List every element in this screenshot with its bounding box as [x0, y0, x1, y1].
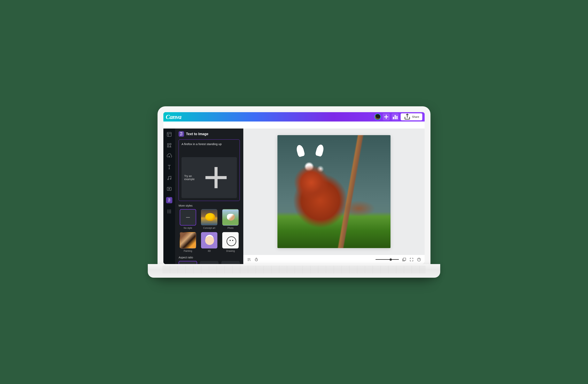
try-example-label: Try an example	[184, 174, 198, 181]
styles-grid: No style Concept art Photo Painting 3D D…	[179, 209, 240, 252]
svg-point-10	[170, 210, 171, 211]
text-to-image-panel: TEXT Text to Image Try an example More s…	[175, 129, 243, 264]
svg-point-4	[168, 144, 169, 145]
svg-rect-1	[395, 115, 396, 119]
rail-audio[interactable]	[167, 175, 172, 181]
svg-point-14	[168, 212, 168, 213]
aspect-label: Aspect ratio	[179, 256, 240, 259]
canvas-footer	[243, 255, 425, 264]
text-to-image-icon: TEXT	[179, 131, 184, 137]
styles-label: More styles	[179, 204, 240, 207]
rail-more[interactable]	[167, 209, 172, 214]
laptop-base	[148, 264, 440, 278]
side-rail: TEXT	[163, 129, 175, 264]
style-drawing[interactable]: Drawing	[221, 232, 240, 252]
share-button[interactable]: Share	[401, 113, 422, 120]
rail-text[interactable]	[167, 164, 172, 170]
analytics-button[interactable]	[392, 113, 399, 120]
svg-point-5	[168, 179, 169, 180]
context-toolbar	[163, 121, 425, 129]
aspect-landscape[interactable]	[200, 261, 218, 264]
svg-rect-3	[167, 133, 171, 136]
zoom-slider[interactable]	[376, 259, 399, 260]
notes-icon[interactable]	[247, 257, 251, 262]
zoom-thumb[interactable]	[390, 258, 392, 261]
svg-rect-0	[393, 117, 394, 119]
prompt-container: Try an example	[179, 139, 240, 201]
aspect-portrait[interactable]	[221, 261, 240, 264]
add-button[interactable]	[383, 113, 390, 120]
rail-templates[interactable]	[167, 132, 172, 137]
canvas-viewport[interactable]	[243, 129, 425, 255]
fullscreen-icon[interactable]	[409, 257, 414, 262]
share-label: Share	[412, 115, 419, 118]
style-painting[interactable]: Painting	[179, 232, 197, 252]
rail-text-to-image[interactable]: TEXT	[166, 197, 172, 203]
style-photo[interactable]: Photo	[221, 209, 240, 229]
rail-elements[interactable]	[167, 143, 172, 148]
prompt-input[interactable]	[182, 142, 237, 154]
help-icon[interactable]	[417, 257, 421, 262]
rail-uploads[interactable]	[167, 154, 172, 159]
aspect-square[interactable]	[179, 261, 197, 264]
svg-point-17	[255, 258, 258, 261]
svg-point-6	[170, 178, 171, 179]
try-example-button[interactable]: Try an example	[182, 157, 237, 198]
rail-videos[interactable]	[167, 186, 172, 192]
canva-logo[interactable]: Canva	[166, 113, 181, 120]
style-none[interactable]: No style	[179, 209, 197, 229]
svg-point-11	[168, 211, 168, 212]
svg-point-8	[168, 210, 168, 211]
timer-icon[interactable]	[254, 257, 258, 262]
generated-image[interactable]	[277, 135, 391, 248]
user-avatar[interactable]	[375, 114, 381, 120]
canvas-area	[243, 129, 425, 264]
panel-title: Text to Image	[186, 132, 209, 136]
aspect-grid	[179, 261, 240, 264]
svg-point-15	[169, 212, 170, 213]
svg-rect-18	[403, 258, 406, 260]
svg-point-16	[170, 212, 171, 213]
style-3d[interactable]: 3D	[200, 232, 218, 252]
svg-rect-2	[396, 116, 398, 119]
svg-point-12	[169, 211, 170, 212]
topbar: Canva Share	[163, 112, 425, 121]
svg-point-9	[169, 210, 170, 211]
pages-icon[interactable]	[402, 257, 406, 262]
style-concept-art[interactable]: Concept art	[200, 209, 218, 229]
svg-point-13	[170, 211, 171, 212]
